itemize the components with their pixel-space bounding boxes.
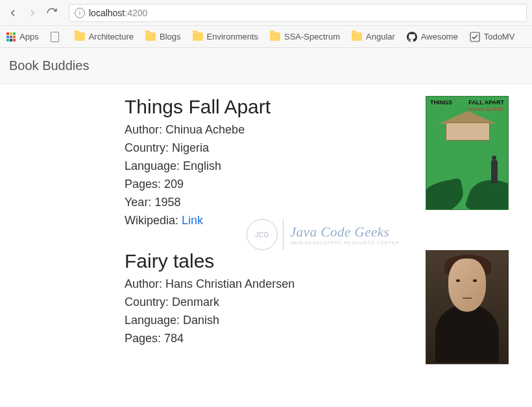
book-cover-image	[426, 250, 509, 364]
bookmark-doc[interactable]	[51, 32, 63, 42]
back-button[interactable]	[5, 5, 21, 21]
bookmark-todomvc[interactable]: TodoMV	[470, 32, 515, 42]
book-title: Things Fall Apart	[125, 96, 271, 118]
book-country: Country: Denmark	[125, 296, 295, 309]
bookmark-architecture[interactable]: Architecture	[75, 32, 134, 41]
github-icon	[407, 32, 417, 42]
book-cover-image: THINGSFALL APART CHINUA ACHEBE	[426, 96, 509, 210]
bookmark-label: Angular	[366, 32, 395, 41]
apps-icon	[6, 32, 16, 41]
bookmark-label: Architecture	[89, 32, 134, 41]
doc-icon	[51, 32, 59, 42]
book-title: Fairy tales	[125, 250, 295, 272]
bookmark-label: TodoMV	[484, 32, 515, 41]
page-title: Book Buddies	[0, 48, 532, 84]
folder-icon	[352, 32, 362, 41]
folder-icon	[75, 32, 85, 41]
forward-button[interactable]	[25, 5, 40, 21]
book-language: Language: English	[125, 159, 271, 173]
book-item: Fairy tales Author: Hans Christian Ander…	[0, 250, 532, 382]
bookmark-ssa-spectrum[interactable]: SSA-Spectrum	[270, 32, 340, 41]
bookmarks-bar: Apps Architecture Blogs Environments SSA…	[0, 26, 532, 48]
browser-toolbar: i localhost:4200	[0, 0, 532, 26]
bookmark-environments[interactable]: Environments	[193, 32, 258, 41]
bookmark-awesome[interactable]: Awesome	[407, 32, 458, 42]
folder-icon	[145, 32, 156, 41]
apps-button[interactable]: Apps	[6, 32, 39, 41]
url-host: localhost	[89, 8, 125, 18]
bookmark-angular[interactable]: Angular	[352, 32, 395, 41]
folder-icon	[270, 32, 280, 41]
apps-label: Apps	[19, 32, 39, 41]
bookmark-blogs[interactable]: Blogs	[145, 32, 181, 41]
book-info: Things Fall Apart Author: Chinua Achebe …	[125, 96, 271, 232]
book-year: Year: 1958	[125, 196, 271, 209]
book-language: Language: Danish	[125, 314, 295, 327]
bookmark-label: Awesome	[421, 32, 458, 41]
book-author: Author: Hans Christian Andersen	[125, 277, 295, 291]
checkbox-icon	[470, 32, 480, 42]
book-pages: Pages: 784	[125, 332, 295, 345]
url-port: :4200	[125, 8, 147, 18]
bookmark-label: SSA-Spectrum	[284, 32, 340, 41]
book-wikipedia: Wikipedia: Link	[125, 214, 271, 227]
book-author: Author: Chinua Achebe	[125, 123, 271, 137]
book-pages: Pages: 209	[125, 178, 271, 191]
folder-icon	[193, 32, 203, 41]
book-list: Things Fall Apart Author: Chinua Achebe …	[0, 84, 532, 382]
book-info: Fairy tales Author: Hans Christian Ander…	[125, 250, 295, 364]
wikipedia-link[interactable]: Link	[182, 214, 203, 227]
bookmark-label: Blogs	[160, 32, 181, 41]
bookmark-label: Environments	[207, 32, 258, 41]
book-item: Things Fall Apart Author: Chinua Achebe …	[0, 96, 532, 250]
site-info-icon[interactable]: i	[75, 8, 85, 18]
address-bar[interactable]: i localhost:4200	[69, 4, 527, 22]
reload-button[interactable]	[44, 5, 60, 21]
book-country: Country: Nigeria	[125, 141, 271, 155]
